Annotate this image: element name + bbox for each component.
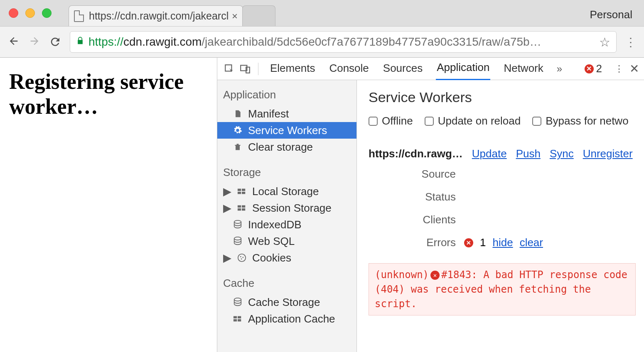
tab-sources[interactable]: Sources — [382, 58, 423, 80]
tab-application[interactable]: Application — [436, 57, 490, 81]
offline-checkbox[interactable]: Offline — [369, 115, 413, 127]
svg-rect-4 — [242, 189, 245, 191]
sidebar-item-service-workers[interactable]: Service Workers — [217, 122, 356, 139]
svg-point-11 — [234, 220, 241, 223]
devtools-toolbar: Elements Console Sources Application Net… — [217, 58, 644, 80]
sidebar-item-cookies[interactable]: ▶ Cookies — [217, 249, 356, 266]
browser-tab[interactable]: https://cdn.rawgit.com/jakearcl × — [69, 5, 243, 26]
sw-check-row: Offline Update on reload Bypass for netw… — [369, 115, 636, 127]
sw-clear-link[interactable]: clear — [520, 236, 543, 249]
toolbar: https://cdn.rawgit.com/jakearchibald/5dc… — [0, 26, 644, 58]
devtools: Elements Console Sources Application Net… — [217, 58, 644, 352]
tab-console[interactable]: Console — [328, 58, 369, 80]
svg-point-14 — [240, 256, 241, 257]
storage-icon — [232, 315, 243, 323]
profile-label[interactable]: Personal — [590, 8, 632, 21]
back-button[interactable] — [7, 34, 20, 50]
sidebar-item-label: Service Workers — [248, 124, 327, 137]
new-tab-button[interactable] — [242, 5, 275, 26]
svg-rect-7 — [238, 205, 241, 208]
sidebar-item-label: Application Cache — [248, 313, 335, 325]
content-area: Registering service worker… Elements Con… — [0, 58, 644, 352]
manifest-icon — [232, 109, 243, 119]
svg-rect-9 — [238, 208, 241, 211]
maximize-window-icon[interactable] — [42, 8, 52, 18]
disclosure-icon[interactable]: ▶ — [223, 202, 231, 215]
sidebar-section-storage: Storage — [217, 163, 356, 183]
sidebar-item-label: Cookies — [252, 252, 291, 264]
sidebar-section-application: Application — [217, 85, 356, 105]
update-on-reload-checkbox[interactable]: Update on reload — [425, 115, 521, 127]
error-source: (unknown) — [375, 269, 429, 281]
sidebar-item-indexeddb[interactable]: IndexedDB — [217, 216, 356, 233]
storage-icon — [236, 204, 247, 212]
svg-rect-5 — [238, 192, 241, 194]
checkbox-label: Bypass for netwo — [546, 115, 628, 127]
url-protocol: https:// — [88, 35, 123, 49]
error-icon: ✕ — [585, 64, 594, 73]
window-controls — [9, 8, 52, 18]
sw-push-link[interactable]: Push — [516, 147, 541, 160]
sw-errors-label: Errors — [369, 236, 464, 249]
tab-network[interactable]: Network — [503, 58, 544, 80]
database-icon — [232, 220, 243, 229]
lock-icon — [76, 36, 84, 48]
sidebar-item-session-storage[interactable]: ▶ Session Storage — [217, 200, 356, 216]
sidebar-item-application-cache[interactable]: Application Cache — [217, 310, 356, 327]
sw-error-message: (unknown)✕#1843: A bad HTTP response cod… — [369, 263, 636, 315]
svg-rect-10 — [242, 208, 245, 211]
sidebar-item-label: Web SQL — [248, 235, 295, 248]
sw-error-count: 1 — [480, 236, 486, 249]
reload-button[interactable] — [49, 36, 61, 48]
sidebar-item-label: IndexedDB — [248, 218, 302, 231]
bookmark-star-icon[interactable]: ☆ — [599, 35, 610, 49]
more-tabs-icon[interactable]: » — [557, 63, 562, 75]
disclosure-icon[interactable]: ▶ — [223, 185, 231, 198]
sidebar-item-clear-storage[interactable]: Clear storage — [217, 139, 356, 155]
svg-rect-20 — [234, 319, 237, 322]
sw-hide-link[interactable]: hide — [492, 236, 513, 249]
error-count: 2 — [596, 62, 602, 75]
sw-status-label: Status — [369, 191, 464, 203]
window-titlebar: https://cdn.rawgit.com/jakearcl × Person… — [0, 0, 644, 26]
error-count-badge[interactable]: ✕ 2 — [585, 62, 602, 75]
devtools-close-icon[interactable]: ✕ — [629, 62, 639, 76]
error-icon: ✕ — [464, 238, 473, 247]
application-sidebar: Application Manifest Service Workers — [217, 80, 357, 352]
sw-update-link[interactable]: Update — [472, 147, 507, 160]
inspect-icon[interactable] — [222, 64, 236, 74]
sidebar-item-local-storage[interactable]: ▶ Local Storage — [217, 183, 356, 200]
sw-source-label: Source — [369, 168, 464, 181]
disclosure-icon[interactable]: ▶ — [223, 252, 231, 264]
sw-scope: https://cdn.rawg… — [369, 147, 463, 160]
close-window-icon[interactable] — [9, 8, 18, 18]
minimize-window-icon[interactable] — [25, 8, 35, 18]
gear-icon — [232, 126, 243, 135]
svg-point-16 — [241, 258, 242, 259]
bypass-checkbox[interactable]: Bypass for netwo — [532, 115, 628, 127]
svg-point-17 — [234, 298, 241, 301]
storage-icon — [236, 188, 247, 195]
device-toggle-icon[interactable] — [238, 64, 252, 74]
sw-errors-value: ✕ 1 hide clear — [464, 236, 636, 249]
cookie-icon — [236, 253, 247, 262]
devtools-tabs: Elements Console Sources Application Net… — [264, 57, 576, 81]
checkbox-icon — [425, 117, 434, 126]
page-heading: Registering service worker… — [9, 69, 208, 119]
page-content: Registering service worker… — [0, 58, 217, 352]
page-icon — [74, 10, 84, 22]
sidebar-item-manifest[interactable]: Manifest — [217, 105, 356, 122]
tab-strip: https://cdn.rawgit.com/jakearcl × — [69, 0, 275, 26]
sidebar-item-websql[interactable]: Web SQL — [217, 233, 356, 249]
svg-point-12 — [234, 237, 241, 240]
tab-elements[interactable]: Elements — [269, 58, 316, 80]
sidebar-item-cache-storage[interactable]: Cache Storage — [217, 294, 356, 310]
address-bar[interactable]: https://cdn.rawgit.com/jakearchibald/5dc… — [70, 31, 617, 53]
close-tab-icon[interactable]: × — [232, 10, 238, 22]
database-icon — [232, 298, 243, 307]
svg-rect-8 — [242, 205, 245, 208]
devtools-menu-icon[interactable]: ⋮ — [615, 64, 624, 74]
sw-sync-link[interactable]: Sync — [550, 147, 574, 160]
browser-menu-icon[interactable]: ⋮ — [625, 35, 637, 49]
sw-unregister-link[interactable]: Unregister — [583, 147, 633, 160]
